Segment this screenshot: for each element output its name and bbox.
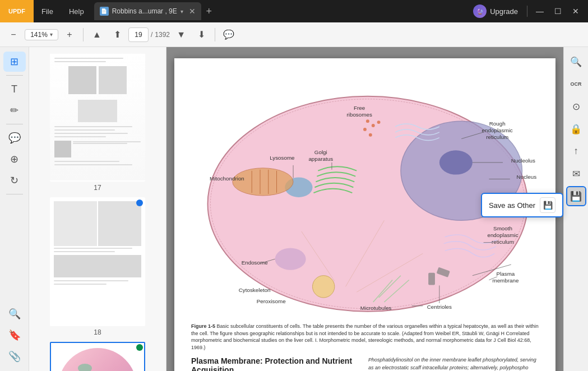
page-bottom-button[interactable]: ⬇ bbox=[192, 26, 210, 44]
thumbnail-image-18 bbox=[50, 197, 145, 326]
comment-button[interactable]: 💬 bbox=[220, 26, 238, 44]
svg-text:Smooth: Smooth bbox=[493, 225, 512, 231]
svg-text:Endosome: Endosome bbox=[242, 259, 268, 266]
bookmark-sidebar-icon[interactable]: 🔖 bbox=[3, 325, 26, 345]
tab-title: Robbins a...umar , 9E bbox=[112, 7, 177, 15]
thumbnail-image-19 bbox=[50, 342, 145, 371]
left-column: Plasma Membrane: Protection and Nutrient… bbox=[191, 356, 362, 371]
svg-text:Peroxisome: Peroxisome bbox=[257, 298, 286, 304]
svg-text:endoplasmic: endoplasmic bbox=[487, 232, 518, 238]
thumbnail-corner-18 bbox=[136, 200, 143, 206]
page-top-button[interactable]: ⬆ bbox=[108, 26, 126, 44]
svg-text:reticulum: reticulum bbox=[486, 134, 508, 140]
menu-bar: File Help bbox=[34, 0, 92, 22]
svg-text:Mitochondrion: Mitochondrion bbox=[210, 175, 244, 182]
thumbnail-page-18[interactable]: 18 bbox=[34, 197, 161, 336]
toolbar-separator-1 bbox=[83, 28, 84, 41]
svg-point-7 bbox=[377, 120, 381, 124]
email-icon[interactable]: ✉ bbox=[566, 164, 586, 184]
page-number-17: 17 bbox=[94, 184, 101, 192]
figure-caption-text: Basic subcellular constituents of cells.… bbox=[191, 323, 539, 350]
save-other-label: Save as Other bbox=[489, 201, 535, 210]
sidebar-separator-1 bbox=[6, 75, 23, 76]
zoom-value-display[interactable]: 141% ▾ bbox=[25, 29, 58, 40]
ocr-icon[interactable]: OCR bbox=[566, 74, 586, 94]
thumbnail-page-19[interactable]: 19 bbox=[34, 342, 161, 371]
minimize-button[interactable]: — bbox=[532, 3, 548, 19]
upgrade-button[interactable]: 🔮 Upgrade bbox=[469, 4, 522, 18]
highlight-icon[interactable]: ✏ bbox=[3, 100, 26, 120]
zoom-percent: 141% bbox=[30, 31, 48, 39]
svg-point-15 bbox=[275, 248, 306, 270]
search-right-icon[interactable]: 🔍 bbox=[566, 52, 586, 72]
section-heading: Plasma Membrane: Protection and Nutrient… bbox=[191, 356, 362, 371]
svg-point-6 bbox=[363, 128, 367, 131]
attachment-sidebar-icon[interactable]: 📎 bbox=[3, 346, 26, 367]
zoom-dropdown-icon[interactable]: ▾ bbox=[50, 31, 53, 38]
svg-rect-25 bbox=[428, 273, 435, 285]
sidebar-separator-2 bbox=[6, 124, 23, 124]
body-text-right: Phosphatidylinositol on the inner membra… bbox=[368, 356, 539, 371]
document-tab[interactable]: 📄 Robbins a...umar , 9E ▾ ✕ bbox=[94, 2, 201, 20]
svg-text:Rough: Rough bbox=[489, 120, 506, 127]
thumbnail-page-17[interactable]: 17 bbox=[34, 53, 161, 192]
tab-close-button[interactable]: ✕ bbox=[189, 7, 196, 16]
right-panel: 🔍 OCR ⊙ 🔒 ↑ ✉ 💾 Save as Other 💾 bbox=[563, 47, 588, 371]
svg-text:Free: Free bbox=[354, 105, 365, 111]
file-menu[interactable]: File bbox=[34, 0, 61, 22]
title-bar: UPDF File Help 📄 Robbins a...umar , 9E ▾… bbox=[0, 0, 588, 22]
svg-point-5 bbox=[372, 124, 375, 127]
left-sidebar: ⊞ T ✏ 💬 ⊕ ↻ 🔍 🔖 📎 bbox=[0, 47, 29, 371]
svg-text:membrane: membrane bbox=[492, 277, 519, 284]
recognize-icon[interactable]: ⊙ bbox=[566, 96, 586, 117]
zoom-in-button[interactable]: + bbox=[61, 26, 78, 44]
svg-text:apparatus: apparatus bbox=[308, 156, 333, 162]
tab-icon: 📄 bbox=[100, 7, 109, 16]
share-icon[interactable]: ↑ bbox=[566, 141, 586, 161]
toolbar: − 141% ▾ + ▲ ⬆ / 1392 ▼ ⬇ 💬 bbox=[0, 22, 588, 47]
thumbnail-view-icon[interactable]: ⊞ bbox=[3, 52, 26, 72]
page-up-button[interactable]: ▲ bbox=[88, 26, 106, 44]
thumbnail-image-17 bbox=[50, 53, 145, 182]
svg-text:Centrioles: Centrioles bbox=[427, 304, 452, 310]
user-avatar: 🔮 bbox=[473, 4, 487, 18]
svg-text:Lysosome: Lysosome bbox=[270, 155, 295, 161]
search-sidebar-icon[interactable]: 🔍 bbox=[3, 304, 26, 324]
maximize-button[interactable]: ☐ bbox=[550, 3, 566, 19]
thumbnail-corner-19 bbox=[136, 344, 143, 351]
tab-dropdown-icon[interactable]: ▾ bbox=[180, 8, 183, 15]
svg-text:Cytoskeleton: Cytoskeleton bbox=[239, 287, 271, 293]
page-number-input[interactable] bbox=[128, 27, 149, 42]
thumbnail-panel: 17 18 bbox=[29, 47, 166, 371]
toolbar-separator-2 bbox=[215, 28, 215, 41]
svg-text:endoplasmic: endoplasmic bbox=[482, 127, 513, 133]
text-tool-icon[interactable]: T bbox=[3, 79, 26, 99]
save-other-icon-glyph: 💾 bbox=[543, 201, 553, 210]
content-columns: Plasma Membrane: Protection and Nutrient… bbox=[191, 356, 539, 371]
save-as-other-popup[interactable]: Save as Other 💾 bbox=[481, 193, 563, 217]
upgrade-label: Upgrade bbox=[490, 7, 518, 16]
page-down-button[interactable]: ▼ bbox=[172, 26, 190, 44]
add-tab-button[interactable]: + bbox=[201, 3, 217, 19]
updf-logo: UPDF bbox=[0, 0, 34, 22]
close-button[interactable]: ✕ bbox=[568, 3, 584, 19]
svg-point-3 bbox=[439, 150, 473, 174]
zoom-area: 141% ▾ bbox=[25, 29, 58, 40]
zoom-out-button[interactable]: − bbox=[4, 26, 22, 44]
rotate-icon[interactable]: ↻ bbox=[3, 170, 26, 191]
figure-caption: Figure 1-5 Basic subcellular constituent… bbox=[191, 323, 539, 351]
save-other-icon[interactable]: 💾 bbox=[566, 186, 586, 206]
tab-area: 📄 Robbins a...umar , 9E ▾ ✕ + bbox=[92, 0, 469, 22]
page-number-18: 18 bbox=[94, 328, 101, 336]
page-total: 1392 bbox=[155, 31, 170, 39]
lock-icon[interactable]: 🔒 bbox=[566, 119, 586, 139]
figure-number: Figure 1-5 bbox=[191, 323, 215, 329]
svg-text:reticulum: reticulum bbox=[492, 239, 514, 245]
stamp-icon[interactable]: ⊕ bbox=[3, 149, 26, 169]
right-column: Phosphatidylinositol on the inner membra… bbox=[368, 356, 539, 371]
comment-sidebar-icon[interactable]: 💬 bbox=[3, 128, 26, 148]
svg-text:Nucleus: Nucleus bbox=[517, 174, 537, 180]
help-menu[interactable]: Help bbox=[61, 0, 92, 22]
svg-point-16 bbox=[313, 276, 335, 298]
svg-text:ribosomes: ribosomes bbox=[346, 112, 372, 118]
